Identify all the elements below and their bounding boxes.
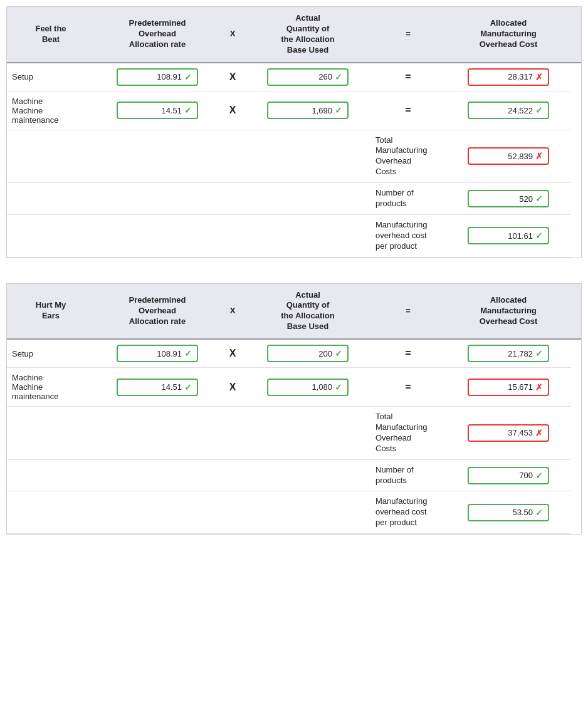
qty-input[interactable]: 260 ✓ xyxy=(267,68,349,86)
summary-status-icon: ✓ xyxy=(535,194,543,204)
empty-cell-0 xyxy=(7,130,95,184)
equals-sign: = xyxy=(370,63,446,91)
table-row: Machine Machine maintenance14.51 ✓X1,690… xyxy=(7,91,581,130)
empty-cell-2 xyxy=(220,130,245,184)
header-col-0: Feel the Beat xyxy=(7,18,95,51)
summary-label: Total Manufacturing Overhead Costs xyxy=(370,407,446,460)
summary-row: Total Manufacturing Overhead Costs37,453… xyxy=(7,407,581,460)
summary-input[interactable]: 53.50 ✓ xyxy=(468,504,549,521)
empty-cell-1 xyxy=(95,460,220,492)
empty-cell-2 xyxy=(220,491,245,534)
multiply-sign: X xyxy=(220,63,245,91)
result-input[interactable]: 28,317 ✗ xyxy=(468,68,549,86)
table-header: Feel the BeatPredetermined Overhead Allo… xyxy=(7,7,581,63)
summary-status-icon: ✗ xyxy=(535,151,543,161)
qty-status-icon: ✓ xyxy=(335,72,342,82)
summary-label: Manufacturing overhead cost per product xyxy=(370,491,446,534)
row-label: Setup xyxy=(7,63,95,91)
rate-status-icon: ✓ xyxy=(184,382,192,392)
empty-cell-1 xyxy=(95,130,220,184)
qty-cell: 1,080 ✓ xyxy=(245,368,370,407)
empty-cell-2 xyxy=(220,407,245,460)
empty-cell-0 xyxy=(7,491,95,534)
header-col-3: Actual Quantity of the Allocation Base U… xyxy=(245,7,370,62)
empty-cell-3 xyxy=(245,130,370,184)
summary-label: Number of products xyxy=(370,460,446,492)
summary-value-cell: 520 ✓ xyxy=(446,183,571,215)
empty-cell-1 xyxy=(95,215,220,258)
qty-input[interactable]: 1,080 ✓ xyxy=(267,379,349,396)
result-cell: 28,317 ✗ xyxy=(446,63,571,91)
result-cell: 21,782 ✓ xyxy=(446,340,571,368)
table-header: Hurt My EarsPredetermined Overhead Alloc… xyxy=(7,284,581,340)
summary-value-cell: 53.50 ✓ xyxy=(446,491,571,534)
rate-cell: 14.51 ✓ xyxy=(95,368,220,407)
rate-status-icon: ✓ xyxy=(184,72,192,82)
empty-cell-3 xyxy=(245,215,370,258)
summary-row: Manufacturing overhead cost per product1… xyxy=(7,215,581,258)
equals-sign: = xyxy=(370,368,446,407)
rate-status-icon: ✓ xyxy=(184,348,192,358)
summary-value-cell: 37,453 ✗ xyxy=(446,407,571,460)
row-label: Setup xyxy=(7,340,95,368)
rate-input[interactable]: 108.91 ✓ xyxy=(117,345,198,362)
result-input[interactable]: 21,782 ✓ xyxy=(468,345,549,362)
summary-value-cell: 700 ✓ xyxy=(446,460,571,492)
summary-input[interactable]: 37,453 ✗ xyxy=(468,424,549,442)
qty-input[interactable]: 1,690 ✓ xyxy=(267,102,349,119)
rate-cell: 108.91 ✓ xyxy=(95,340,220,368)
summary-row: Manufacturing overhead cost per product5… xyxy=(7,491,581,534)
summary-row: Number of products520 ✓ xyxy=(7,183,581,215)
qty-status-icon: ✓ xyxy=(335,105,342,115)
summary-input[interactable]: 101.61 ✓ xyxy=(468,227,549,244)
result-status-icon: ✓ xyxy=(535,348,543,358)
empty-cell-1 xyxy=(95,183,220,215)
table-row: Setup108.91 ✓X260 ✓=28,317 ✗ xyxy=(7,63,581,91)
summary-input[interactable]: 52,839 ✗ xyxy=(468,147,549,165)
header-col-3: Actual Quantity of the Allocation Base U… xyxy=(245,284,370,339)
rate-cell: 108.91 ✓ xyxy=(95,63,220,91)
empty-cell-0 xyxy=(7,183,95,215)
result-status-icon: ✗ xyxy=(535,72,543,82)
qty-input[interactable]: 200 ✓ xyxy=(267,345,349,362)
rate-input[interactable]: 14.51 ✓ xyxy=(117,102,198,119)
rate-input[interactable]: 14.51 ✓ xyxy=(117,379,198,396)
result-cell: 24,522 ✓ xyxy=(446,91,571,130)
summary-status-icon: ✓ xyxy=(535,508,543,518)
qty-cell: 1,690 ✓ xyxy=(245,91,370,130)
row-label: Machine Machine maintenance xyxy=(7,91,95,130)
result-input[interactable]: 15,671 ✗ xyxy=(468,379,549,396)
qty-cell: 200 ✓ xyxy=(245,340,370,368)
header-col-0: Hurt My Ears xyxy=(7,294,95,328)
summary-row: Number of products700 ✓ xyxy=(7,460,581,492)
empty-cell-3 xyxy=(245,183,370,215)
equals-sign: = xyxy=(370,340,446,368)
summary-status-icon: ✓ xyxy=(535,231,543,241)
summary-status-icon: ✗ xyxy=(535,428,543,438)
row-label: Machine Machine maintenance xyxy=(7,368,95,407)
empty-cell-1 xyxy=(95,491,220,534)
table-feel-the-beat: Feel the BeatPredetermined Overhead Allo… xyxy=(6,6,582,258)
header-col-5: Allocated Manufacturing Overhead Cost xyxy=(446,12,571,56)
summary-label: Number of products xyxy=(370,183,446,215)
empty-cell-1 xyxy=(95,407,220,460)
qty-status-icon: ✓ xyxy=(335,348,342,358)
rate-input[interactable]: 108.91 ✓ xyxy=(117,68,198,86)
result-input[interactable]: 24,522 ✓ xyxy=(468,102,549,119)
summary-value-cell: 52,839 ✗ xyxy=(446,130,571,184)
multiply-sign: X xyxy=(220,368,245,407)
result-status-icon: ✗ xyxy=(535,382,543,392)
empty-cell-3 xyxy=(245,460,370,492)
header-col-4: = xyxy=(370,23,446,46)
header-col-1: Predetermined Overhead Allocation rate xyxy=(95,12,220,56)
table-row: Setup108.91 ✓X200 ✓=21,782 ✓ xyxy=(7,340,581,368)
summary-input[interactable]: 700 ✓ xyxy=(468,467,549,484)
empty-cell-2 xyxy=(220,183,245,215)
summary-status-icon: ✓ xyxy=(535,471,543,481)
summary-value-cell: 101.61 ✓ xyxy=(446,215,571,258)
summary-input[interactable]: 520 ✓ xyxy=(468,190,549,207)
header-col-2: X xyxy=(220,300,245,323)
summary-row: Total Manufacturing Overhead Costs52,839… xyxy=(7,130,581,184)
header-col-2: X xyxy=(220,23,245,46)
empty-cell-3 xyxy=(245,491,370,534)
